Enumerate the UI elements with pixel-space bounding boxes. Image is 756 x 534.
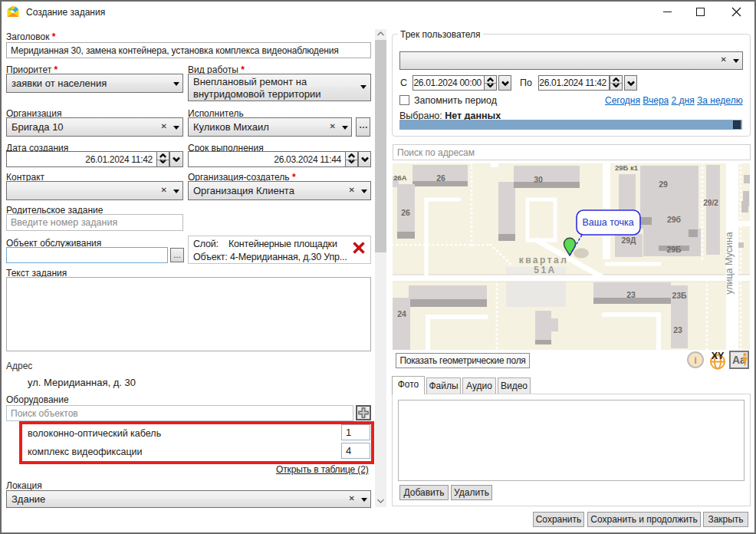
svg-text:26: 26 [401,208,410,217]
svg-text:26: 26 [436,173,445,183]
svg-text:30: 30 [534,175,543,184]
svg-text:51А: 51А [534,265,557,275]
svg-text:29/2: 29/2 [703,199,718,207]
svg-text:24: 24 [397,309,406,318]
svg-text:Ваша точка: Ваша точка [582,217,633,228]
svg-text:улица Мусина: улица Мусина [724,232,735,295]
svg-text:26А: 26А [393,173,407,182]
svg-text:29Б: 29Б [666,245,682,254]
svg-text:29Д: 29Д [621,236,636,245]
svg-text:29: 29 [659,180,668,189]
svg-text:XY: XY [712,351,725,361]
svg-text:29Б к1: 29Б к1 [615,163,639,172]
svg-text:квартал: квартал [519,255,569,265]
svg-text:23: 23 [626,290,636,299]
svg-text:23: 23 [673,325,682,335]
svg-text:23Б: 23Б [672,291,687,300]
svg-text:29б: 29б [667,215,682,224]
